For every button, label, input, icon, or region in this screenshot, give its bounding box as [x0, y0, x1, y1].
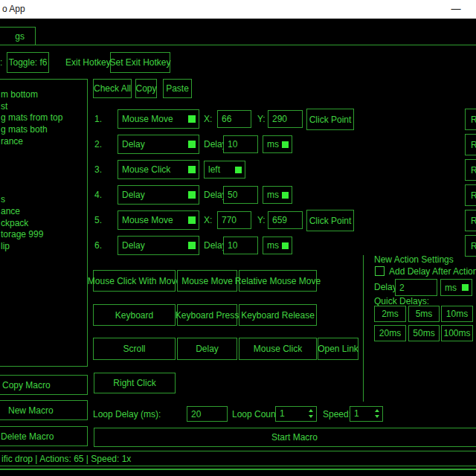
add-relative-mouse-move-button[interactable]: Relative Mouse Move: [239, 270, 317, 292]
list-item[interactable]: [0, 171, 87, 183]
quick-delay-100ms-button[interactable]: 100ms: [441, 325, 473, 341]
minimize-icon[interactable]: —: [446, 2, 466, 17]
add-mouse-move-button[interactable]: Mouse Move: [177, 270, 237, 292]
start-macro-button[interactable]: Start Macro: [94, 428, 476, 447]
remove-action-button[interactable]: R: [465, 134, 476, 155]
add-mouse-click-with-move-button[interactable]: Mouse Click With Move: [93, 270, 176, 292]
quick-delay-20ms-button[interactable]: 20ms: [374, 325, 406, 341]
quick-delay-50ms-button[interactable]: 50ms: [408, 325, 440, 341]
add-right-click-button[interactable]: Right Click: [94, 373, 176, 393]
delay-unit-dropdown[interactable]: ms: [263, 135, 292, 153]
y-input[interactable]: [268, 211, 303, 229]
list-item[interactable]: st: [0, 101, 87, 113]
action-number: 4.: [94, 190, 102, 200]
list-item[interactable]: lip: [0, 241, 87, 253]
loop-delay-label: Loop Delay (ms):: [93, 409, 161, 419]
x-input[interactable]: [217, 110, 251, 128]
speed-label: Speed:: [323, 409, 351, 419]
new-action-settings-title: New Action Settings: [374, 254, 454, 265]
dropdown-indicator-icon: [282, 192, 289, 199]
action-type-dropdown[interactable]: Mouse Move: [118, 210, 199, 230]
dropdown-indicator-icon: [282, 242, 289, 249]
delay-input[interactable]: [223, 186, 258, 204]
titlebar: o App —: [0, 0, 476, 19]
dropdown-indicator-icon: [188, 242, 196, 249]
list-item[interactable]: [0, 183, 87, 195]
new-macro-button[interactable]: New Macro: [0, 400, 88, 420]
add-delay-button[interactable]: Delay: [177, 338, 237, 360]
dropdown-indicator-icon: [188, 191, 196, 199]
copy-button[interactable]: Copy: [135, 79, 157, 98]
action-type-dropdown[interactable]: Mouse Click: [118, 160, 199, 179]
new-action-delay-input[interactable]: [395, 279, 437, 296]
list-item[interactable]: g mats from top: [0, 112, 87, 124]
check-all-button[interactable]: Check All: [93, 79, 132, 98]
action-type-dropdown[interactable]: Mouse Move: [118, 109, 199, 129]
copy-macro-button[interactable]: Copy Macro: [0, 375, 88, 395]
list-item[interactable]: ckpack: [0, 218, 87, 230]
loop-count-stepper[interactable]: 1: [275, 406, 317, 422]
remove-action-button[interactable]: R: [465, 109, 476, 130]
remove-action-button[interactable]: R: [465, 235, 476, 257]
y-input[interactable]: [268, 110, 303, 128]
mouse-button-dropdown[interactable]: left: [204, 161, 245, 178]
new-action-delay-unit-dropdown[interactable]: ms: [440, 279, 472, 296]
macro-list: m bottom st g mats from top g mats both …: [0, 79, 88, 367]
x-label: X:: [204, 114, 212, 124]
dropdown-indicator-icon: [188, 115, 196, 123]
quick-delay-10ms-button[interactable]: 10ms: [441, 306, 473, 322]
x-label: X:: [204, 215, 212, 225]
add-scroll-button[interactable]: Scroll: [93, 338, 176, 360]
delay-unit-dropdown[interactable]: ms: [263, 237, 292, 254]
add-keyboard-button[interactable]: Keyboard: [93, 304, 176, 326]
list-item[interactable]: ance: [0, 206, 87, 218]
add-keyboard-press-button[interactable]: Keyboard Press: [177, 304, 237, 326]
list-item[interactable]: [0, 147, 87, 159]
status-bar: ific drop | Actions: 65 | Speed: 1x: [0, 451, 476, 466]
list-item[interactable]: rance: [0, 136, 87, 148]
action-type-dropdown[interactable]: Delay: [118, 135, 199, 154]
add-keyboard-release-button[interactable]: Keyboard Release: [239, 304, 317, 326]
dropdown-indicator-icon: [188, 166, 196, 173]
delay-input[interactable]: [223, 237, 258, 254]
click-point-button[interactable]: Click Point: [306, 210, 354, 231]
paste-button[interactable]: Paste: [163, 79, 192, 98]
toggle-hotkey-button[interactable]: Toggle: f6: [7, 52, 49, 73]
quick-delay-2ms-button[interactable]: 2ms: [374, 306, 406, 322]
action-number: 3.: [94, 164, 102, 175]
spinner-arrows-icon[interactable]: [309, 409, 313, 418]
action-type-dropdown[interactable]: Delay: [118, 185, 199, 205]
quick-delay-5ms-button[interactable]: 5ms: [408, 306, 440, 322]
remove-action-button[interactable]: R: [465, 184, 476, 206]
add-open-link-button[interactable]: Open Link: [318, 338, 358, 360]
click-point-button[interactable]: Click Point: [306, 109, 354, 130]
action-number: 6.: [94, 240, 102, 251]
set-exit-hotkey-button[interactable]: Set Exit Hotkey: [110, 52, 170, 73]
remove-action-button[interactable]: R: [465, 159, 476, 181]
list-item[interactable]: torage 999: [0, 229, 87, 241]
list-item[interactable]: s: [0, 194, 87, 206]
add-mouse-click-button[interactable]: Mouse Click: [239, 338, 317, 360]
delay-input[interactable]: [223, 135, 258, 153]
action-number: 1.: [94, 114, 102, 124]
tab-strip-divider: [0, 45, 476, 45]
speed-stepper[interactable]: 1: [350, 406, 383, 422]
loop-delay-input[interactable]: [187, 406, 228, 422]
list-item[interactable]: m bottom: [0, 89, 87, 101]
list-item[interactable]: g mats both: [0, 124, 87, 136]
action-number: 2.: [94, 139, 102, 149]
dropdown-indicator-icon: [462, 284, 469, 291]
list-item[interactable]: [0, 159, 87, 171]
tab-settings[interactable]: gs: [0, 27, 36, 45]
delete-macro-button[interactable]: Delete Macro: [0, 426, 88, 446]
remove-action-button[interactable]: R: [465, 210, 476, 231]
action-type-dropdown[interactable]: Delay: [118, 236, 199, 255]
macro-app-window: o App — gs : Toggle: f6 Exit Hotkey: Set…: [0, 0, 476, 476]
tab-label: gs: [15, 31, 25, 42]
status-text: ific drop | Actions: 65 | Speed: 1x: [1, 454, 131, 464]
x-input[interactable]: [217, 211, 251, 229]
spinner-arrows-icon[interactable]: [375, 409, 379, 418]
delay-unit-dropdown[interactable]: ms: [263, 186, 292, 204]
dropdown-indicator-icon: [235, 167, 242, 173]
add-delay-after-action-checkbox[interactable]: [375, 266, 385, 276]
